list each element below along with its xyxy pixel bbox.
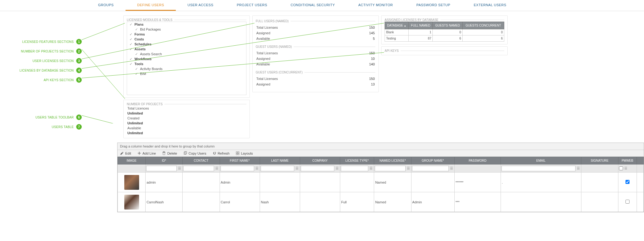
cell-gn: 0 [433, 29, 463, 35]
pmweb-check[interactable] [625, 180, 630, 184]
filter-lic[interactable] [341, 166, 368, 171]
tab-external-users[interactable]: EXTERNAL USERS [462, 0, 518, 11]
col-contact[interactable]: CONTACT [183, 157, 220, 164]
callout-badge: 4 [76, 68, 82, 73]
btn-label: Edit [125, 152, 131, 155]
filter-contact[interactable] [183, 166, 214, 171]
col-named-license[interactable]: NAMED LICENSE* [374, 157, 411, 164]
filter-icon[interactable]: ☰ [177, 166, 182, 170]
cell-gn: 6 [433, 35, 463, 42]
filter-last[interactable] [261, 166, 294, 171]
col-group-name[interactable]: GROUP NAME* [411, 157, 454, 164]
check-icon: ✓ [129, 32, 133, 36]
cell-id: admin [146, 172, 183, 192]
group-by-hint[interactable]: Drag a column header and drop it here to… [118, 143, 644, 150]
filter-icon[interactable]: ☰ [449, 166, 454, 170]
license-subpanel: FULL USERS (NAMED)Total Licenses150Assig… [256, 18, 375, 44]
btn-label: Layouts [241, 152, 253, 155]
filter-icon[interactable]: ☰ [215, 166, 219, 170]
col-scroll [637, 157, 643, 164]
trash-icon [162, 151, 166, 155]
delete-button[interactable]: Delete [162, 151, 177, 155]
table-row[interactable]: CarrolNashCarrolNashFullNamedAdmin*** [118, 192, 644, 212]
col-password[interactable]: PASSWORD [454, 157, 501, 164]
callout-2: NUMBER OF PROJECTS SECTION2 [0, 47, 82, 56]
filter-icon[interactable]: ☰ [406, 166, 411, 170]
cell-company [300, 172, 340, 192]
tab-password-setup[interactable]: PASSWORD SETUP [405, 0, 462, 11]
license-stat: Assigned10 [256, 56, 375, 61]
table-row[interactable]: adminAdminNamed******. [118, 172, 644, 192]
filter-icon[interactable]: ☰ [335, 166, 339, 170]
cell-full: 87 [409, 35, 433, 42]
plus-icon [137, 151, 141, 155]
filter-icon[interactable]: ☰ [369, 166, 373, 170]
col-guests-named[interactable]: GUESTS NAMED [433, 22, 463, 29]
callout-7: USERS TABLE7 [0, 122, 82, 131]
col-company[interactable]: COMPANY [300, 157, 340, 164]
callouts-panel: LICENSED FEATURES SECTIONS1 NUMBER OF PR… [0, 37, 82, 132]
col-id[interactable]: ID* [146, 157, 183, 164]
stat-key: Total Licences [127, 106, 246, 110]
callout-label: USER LICENSES SECTION [32, 59, 74, 63]
filter-icon[interactable]: ☰ [295, 166, 299, 170]
filter-company[interactable] [301, 166, 334, 171]
col-full-named[interactable]: FULL NAMED [409, 22, 433, 29]
col-signature[interactable]: SIGNATURE [581, 157, 618, 164]
filter-email[interactable] [502, 166, 575, 171]
callout-6: USERS TABLE TOOLBAR6 [0, 113, 82, 122]
license-subpanel: GUEST USERS (NAMED)Total Licenses150Assi… [256, 44, 375, 69]
stat-val: Unlimited [127, 131, 246, 135]
tab-groups[interactable]: GROUPS [86, 0, 126, 11]
stat-val: 5 [373, 37, 375, 40]
user-licenses-panel: FULL USERS (NAMED)Total Licenses150Assig… [252, 15, 379, 92]
filter-group[interactable] [412, 166, 449, 171]
cell-scroll [637, 192, 643, 212]
callout-5: API KEYS SECTION5 [0, 75, 82, 85]
db-row: Blank100 [385, 29, 504, 35]
tab-conditional-security[interactable]: CONDITIONAL SECURITY [279, 0, 346, 11]
filter-first[interactable] [221, 166, 254, 171]
refresh-button[interactable]: Refresh [213, 151, 230, 155]
copy-icon [183, 151, 187, 155]
col-guests-concurrent[interactable]: GUESTS CONCURRENT [463, 22, 504, 29]
col-image[interactable]: IMAGE [118, 157, 146, 164]
filter-icon[interactable]: ☰ [624, 166, 628, 170]
license-stat: Assigned145 [256, 30, 375, 36]
check-icon: ✓ [129, 47, 133, 51]
filter-icon[interactable]: ☰ [576, 166, 580, 170]
project-stat-value: Unlimited [127, 111, 246, 116]
col-database[interactable]: DATABASE [385, 22, 409, 29]
refresh-icon [213, 151, 217, 155]
module-item: ✓Costs [127, 37, 246, 42]
modules-list[interactable]: ✓Plans✓Bid Packages✓Forms✓Costs✓Schedule… [127, 22, 246, 95]
col-last-name[interactable]: LAST NAME [260, 157, 300, 164]
stat-val: Unlimited [127, 121, 246, 125]
col-pmweb[interactable]: PMWEB [618, 157, 637, 164]
module-label: Workflows [134, 57, 151, 61]
tab-project-users[interactable]: PROJECT USERS [225, 0, 279, 11]
filter-icon[interactable]: ☰ [255, 166, 259, 170]
stat-key: Available [127, 126, 246, 130]
cell-lic [340, 172, 374, 192]
col-email[interactable]: EMAIL [501, 157, 581, 164]
filter-named[interactable] [375, 166, 405, 171]
col-license-type[interactable]: LICENSE TYPE* [340, 157, 374, 164]
cell-image [118, 192, 146, 212]
filter-id[interactable] [146, 166, 177, 171]
add-line-button[interactable]: Add Line [137, 151, 156, 155]
col-first-name[interactable]: FIRST NAME* [220, 157, 260, 164]
copy-users-button[interactable]: Copy Users [183, 151, 206, 155]
btn-label: Copy Users [188, 152, 206, 155]
layouts-button[interactable]: Layouts [236, 151, 253, 155]
filter-pmweb-check[interactable] [619, 166, 623, 170]
cell-pwd: *** [454, 192, 501, 212]
tab-activity-monitor[interactable]: ACTIVITY MONITOR [347, 0, 405, 11]
tab-define-users[interactable]: DEFINE USERS [126, 0, 176, 11]
svg-rect-9 [236, 152, 237, 153]
tab-user-access[interactable]: USER ACCESS [176, 0, 225, 11]
edit-button[interactable]: Edit [120, 151, 131, 155]
module-label: Costs [134, 37, 144, 41]
cell-gc: 0 [463, 29, 504, 35]
pmweb-check[interactable] [625, 200, 630, 204]
